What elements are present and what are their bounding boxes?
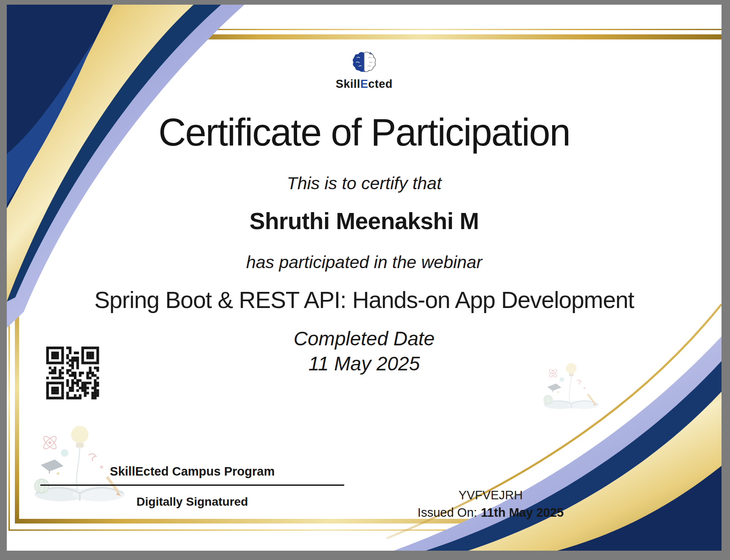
certificate-canvas: SkillEcted Certificate of Participation … — [7, 5, 722, 551]
certify-line: This is to certify that — [7, 174, 722, 193]
webinar-title: Spring Boot & REST API: Hands-on App Dev… — [7, 286, 722, 314]
brain-logo-icon — [351, 49, 377, 75]
signature-block: SkillEcted Campus Program Digitally Sign… — [40, 465, 344, 509]
signature-label: Digitally Signatured — [40, 495, 344, 509]
signature-divider-line — [40, 484, 344, 486]
completed-date-label: Completed Date — [7, 326, 722, 351]
issued-on-date: 11th May 2025 — [481, 506, 564, 519]
issued-on-line: Issued On:11th May 2025 — [406, 506, 576, 520]
completed-date-value: 11 May 2025 — [7, 351, 722, 376]
brand-logo-text: SkillEcted — [7, 78, 722, 91]
logo-text-post: cted — [368, 78, 393, 90]
certificate-code: YVFVEJRH — [406, 488, 576, 502]
completed-date-block: Completed Date 11 May 2025 — [7, 326, 722, 376]
issuer-program-label: SkillEcted Campus Program — [40, 465, 344, 479]
certificate-title: Certificate of Participation — [7, 111, 722, 154]
brand-logo: SkillEcted — [7, 49, 722, 91]
qr-code — [44, 344, 101, 402]
logo-text-pre: Skill — [336, 78, 360, 90]
certificate-content: SkillEcted Certificate of Participation … — [7, 5, 722, 551]
desktop-background: { "brand": { "logo": { "pre": "Skill", "… — [0, 0, 730, 560]
participation-line: has participated in the webinar — [7, 252, 722, 272]
issue-info-block: YVFVEJRH Issued On:11th May 2025 — [406, 488, 576, 520]
issued-on-label: Issued On: — [418, 506, 477, 519]
recipient-name: Shruthi Meenakshi M — [7, 207, 722, 235]
logo-text-accent: E — [360, 78, 368, 90]
